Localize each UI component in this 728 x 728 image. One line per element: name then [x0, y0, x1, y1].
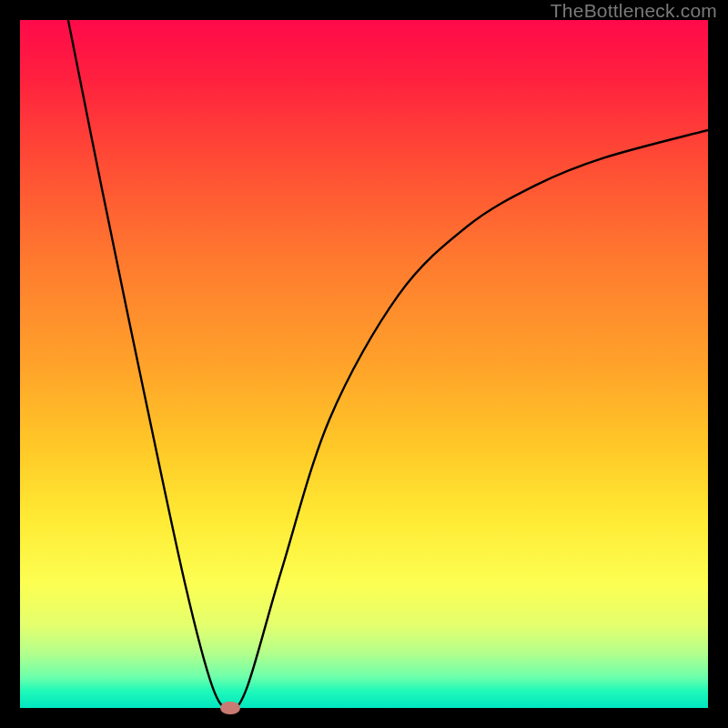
bottleneck-curve — [20, 20, 708, 708]
optimal-marker — [220, 702, 240, 714]
plot-area — [20, 20, 708, 708]
chart-frame: TheBottleneck.com — [0, 0, 728, 728]
watermark-text: TheBottleneck.com — [551, 0, 717, 22]
